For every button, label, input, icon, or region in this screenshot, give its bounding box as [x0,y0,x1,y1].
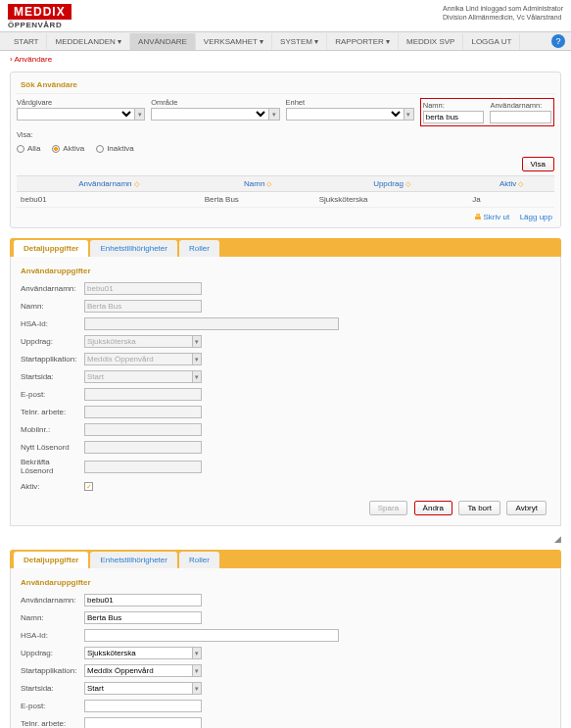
input-anvandarnamn[interactable] [490,111,551,123]
cell-anv: bebu01 [17,192,201,208]
input-bekrafta[interactable] [84,461,202,473]
sort-icon: ◇ [518,180,523,187]
checkbox-aktiv[interactable]: ✓ [84,482,93,491]
form-subtitle: Användaruppgifter [21,574,550,593]
input-namn[interactable] [423,111,485,123]
input-nyttlosen[interactable] [84,441,202,454]
visa-button[interactable]: Visa [522,157,554,171]
logo-main: MEDDIX [8,4,71,20]
tab-detaljuppgifter[interactable]: Detaljuppgifter [14,240,88,257]
tab-detaljuppgifter[interactable]: Detaljuppgifter [14,552,88,568]
label-startapp: Startapplikation: [21,355,84,364]
input-anv[interactable] [84,594,202,607]
nav-anvandare[interactable]: ANVÄNDARE [130,33,196,50]
input-tel[interactable] [84,717,202,729]
label-tel: Telnr. arbete: [21,408,84,416]
tabs-bar-2: Detaljuppgifter Enhetstillhörigheter Rol… [10,550,561,568]
nav-logout[interactable]: LOGGA UT [463,33,520,50]
andra-button[interactable]: Ändra [414,501,452,515]
input-hsa[interactable] [84,317,339,330]
chevron-down-icon: ▾ [193,335,202,348]
search-title: Sök Användare [17,78,554,94]
tab-enhet[interactable]: Enhetstillhörigheter [90,240,176,257]
select-uppdrag[interactable] [84,647,193,659]
cell-uppdrag: Sjuksköterska [315,192,469,208]
label-namn: Namn: [21,302,84,311]
radio-aktiva[interactable]: Aktiva [52,144,84,153]
input-mobil[interactable] [84,423,202,436]
print-link[interactable]: 🖶Skriv ut [474,213,509,221]
help-icon[interactable]: ? [551,34,565,48]
label-hsa: HSA-Id: [21,631,84,640]
select-startapp[interactable] [84,664,193,677]
cell-namn: Berta Bus [201,192,315,208]
sort-icon: ◇ [266,180,271,187]
select-vardgivare[interactable] [17,108,135,121]
main-nav: START MEDDELANDEN ▾ ANVÄNDARE VERKSAMHET… [0,31,571,51]
col-anvandarnamn[interactable]: Användarnamn◇ [17,176,201,192]
tab-enhet[interactable]: Enhetstillhörigheter [90,552,176,568]
select-uppdrag[interactable] [84,335,193,348]
select-startsida[interactable] [84,682,193,695]
search-panel: Sök Användare Vårdgivare ▾ Område ▾ Enhe… [10,72,561,228]
cell-aktiv: Ja [468,192,554,208]
nav-rapporter[interactable]: RAPPORTER ▾ [327,33,399,50]
chevron-down-icon: ▾ [193,647,202,659]
chevron-down-icon: ▾ [193,353,202,365]
input-namn[interactable] [84,611,202,624]
label-hsa: HSA-Id: [21,319,84,328]
label-startapp: Startapplikation: [21,666,84,675]
tab-roller[interactable]: Roller [179,240,219,257]
nav-verksamhet[interactable]: VERKSAMHET ▾ [196,33,272,50]
label-omrade: Område [151,98,279,107]
breadcrumb: › Användare [0,51,571,68]
tabs-bar-1: Detaljuppgifter Enhetstillhörigheter Rol… [10,238,561,257]
form-panel-2: Användaruppgifter Användarnamn: Namn: HS… [10,568,561,728]
label-nyttlosen: Nytt Lösenord [21,443,84,452]
name-filter-highlight: Namn: Användarnamn: [420,98,554,126]
resize-icon: ◢ [10,534,561,544]
input-anv[interactable] [84,282,202,295]
label-bekrafta: Bekräfta Lösenord [21,458,84,475]
radio-icon [52,145,60,153]
label-uppdrag: Uppdrag: [21,649,84,657]
select-enhet[interactable] [286,108,404,121]
radio-inaktiva[interactable]: Inaktiva [96,144,134,153]
select-omrade[interactable] [151,108,269,121]
spara-button[interactable]: Spara [369,501,407,515]
input-namn[interactable] [84,300,202,313]
tab-roller[interactable]: Roller [179,552,219,568]
input-epost[interactable] [84,700,202,712]
col-namn[interactable]: Namn◇ [201,176,315,192]
select-startsida[interactable] [84,370,193,383]
input-tel[interactable] [84,406,202,418]
radio-alla[interactable]: Alla [17,144,40,153]
col-uppdrag[interactable]: Uppdrag◇ [315,176,469,192]
label-startsida: Startsida: [21,684,84,693]
chevron-down-icon: ▾ [193,664,202,677]
avbryt-button[interactable]: Avbryt [506,501,547,515]
col-aktiv[interactable]: Aktiv◇ [468,176,554,192]
chevron-down-icon: ▾ [269,108,279,121]
nav-start[interactable]: START [6,33,47,50]
nav-svp[interactable]: MEDDIX SVP [399,33,463,50]
label-epost: E-post: [21,390,84,399]
header-user-info: Annika Lind inloggad som Administrator D… [443,4,563,22]
chevron-down-icon: ▾ [404,108,414,121]
results-table: Användarnamn◇ Namn◇ Uppdrag◇ Aktiv◇ bebu… [17,175,554,208]
label-aktiv: Aktiv: [21,482,84,491]
select-startapp[interactable] [84,353,193,365]
sort-icon: ◇ [134,180,139,187]
nav-system[interactable]: SYSTEM ▾ [272,33,327,50]
tabort-button[interactable]: Ta bort [458,501,500,515]
nav-meddelanden[interactable]: MEDDELANDEN ▾ [47,33,130,50]
label-anvandarnamn: Användarnamn: [21,596,84,605]
add-link[interactable]: Lägg upp [520,213,552,221]
chevron-down-icon: ▾ [118,37,121,46]
input-epost[interactable] [84,388,202,401]
chevron-down-icon: ▾ [193,682,202,695]
input-hsa[interactable] [84,629,339,642]
label-anvandarnamn: Användarnamn: [490,101,551,110]
table-row[interactable]: bebu01 Berta Bus Sjuksköterska Ja [17,192,554,208]
label-tel: Telnr. arbete: [21,719,84,728]
